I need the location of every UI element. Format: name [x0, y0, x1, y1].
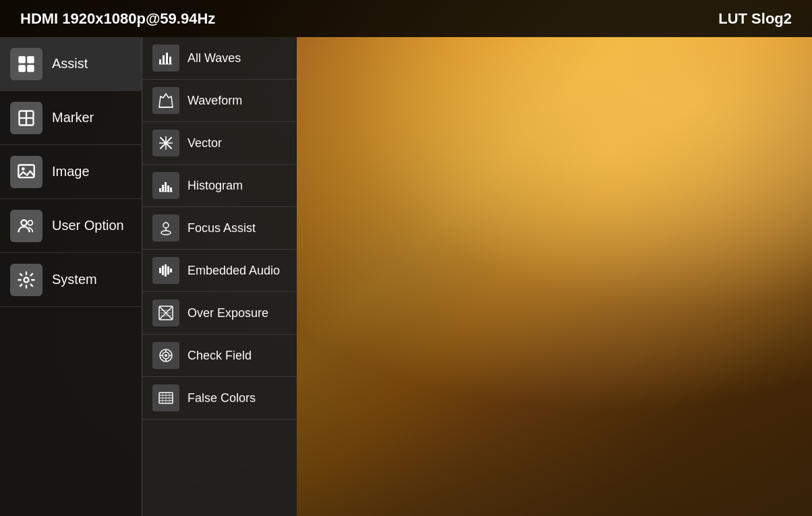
header-bar: HDMI 1920x1080p@59.94Hz LUT Slog2: [0, 0, 812, 37]
svg-point-30: [161, 231, 171, 235]
histogram-icon: [152, 172, 179, 199]
svg-rect-23: [159, 188, 161, 192]
sidebar-item-system[interactable]: System: [0, 253, 142, 307]
submenu-item-check-field[interactable]: Check Field: [142, 335, 297, 377]
svg-rect-26: [167, 185, 169, 192]
all-waves-label: All Waves: [187, 51, 241, 65]
sidebar-item-user-option[interactable]: User Option: [0, 199, 142, 253]
svg-rect-14: [166, 53, 168, 64]
svg-point-9: [21, 220, 26, 225]
svg-rect-32: [159, 268, 161, 273]
focus-assist-label: Focus Assist: [187, 221, 256, 235]
false-colors-icon: [152, 384, 179, 411]
embedded-audio-icon: [152, 257, 179, 284]
svg-rect-36: [170, 268, 172, 273]
embedded-audio-label: Embedded Audio: [187, 264, 280, 278]
svg-rect-12: [159, 59, 161, 64]
svg-rect-13: [163, 55, 165, 64]
svg-rect-2: [18, 65, 25, 72]
waveform-label: Waveform: [187, 94, 242, 108]
waveform-icon: [152, 87, 179, 114]
svg-rect-27: [170, 188, 172, 192]
image-icon: [10, 156, 42, 188]
false-colors-label: False Colors: [187, 391, 256, 405]
svg-rect-34: [165, 264, 167, 277]
svg-marker-17: [159, 94, 173, 107]
over-exposure-label: Over Exposure: [187, 306, 268, 320]
submenu-item-histogram[interactable]: Histogram: [142, 165, 297, 207]
submenu-item-over-exposure[interactable]: Over Exposure: [142, 292, 297, 335]
svg-point-8: [22, 167, 25, 171]
sidebar-item-assist[interactable]: Assist: [0, 37, 142, 91]
marker-icon: [10, 102, 42, 134]
submenu-item-vector[interactable]: Vector: [142, 122, 297, 165]
svg-rect-0: [18, 56, 25, 63]
histogram-label: Histogram: [187, 179, 243, 193]
submenu-item-all-waves[interactable]: All Waves: [142, 37, 297, 80]
check-field-icon: [152, 342, 179, 369]
sidebar-item-marker[interactable]: Marker: [0, 91, 142, 145]
signal-info: HDMI 1920x1080p@59.94Hz: [20, 10, 215, 28]
user-option-label: User Option: [52, 218, 124, 233]
submenu-item-waveform[interactable]: Waveform: [142, 80, 297, 122]
over-exposure-icon: [152, 299, 179, 326]
check-field-label: Check Field: [187, 349, 252, 363]
submenu-item-focus-assist[interactable]: Focus Assist: [142, 207, 297, 250]
marker-label: Marker: [52, 110, 94, 125]
svg-rect-15: [169, 57, 171, 64]
sidebar-item-image[interactable]: Image: [0, 145, 142, 199]
assist-label: Assist: [52, 56, 88, 71]
vector-label: Vector: [187, 136, 222, 150]
assist-icon: [10, 48, 42, 80]
system-label: System: [52, 272, 97, 287]
vector-icon: [152, 130, 179, 156]
svg-rect-25: [165, 182, 167, 192]
svg-rect-1: [27, 56, 34, 63]
svg-point-29: [163, 223, 169, 228]
svg-rect-33: [162, 266, 164, 275]
lut-info: LUT Slog2: [718, 10, 792, 28]
focus-assist-icon: [152, 214, 179, 241]
svg-rect-24: [162, 185, 164, 192]
svg-point-11: [24, 277, 29, 282]
submenu-panel: All Waves Waveform Vector: [142, 37, 297, 516]
all-waves-icon: [152, 45, 179, 71]
svg-point-45: [165, 354, 167, 357]
system-icon: [10, 264, 42, 296]
user-option-icon: [10, 210, 42, 242]
sidebar: Assist Marker Image: [0, 37, 142, 516]
image-label: Image: [52, 164, 90, 179]
submenu-item-false-colors[interactable]: False Colors: [142, 377, 297, 420]
svg-rect-7: [18, 165, 34, 177]
svg-point-10: [28, 220, 32, 225]
svg-rect-3: [27, 65, 34, 72]
submenu-item-embedded-audio[interactable]: Embedded Audio: [142, 250, 297, 292]
svg-rect-35: [167, 266, 169, 275]
